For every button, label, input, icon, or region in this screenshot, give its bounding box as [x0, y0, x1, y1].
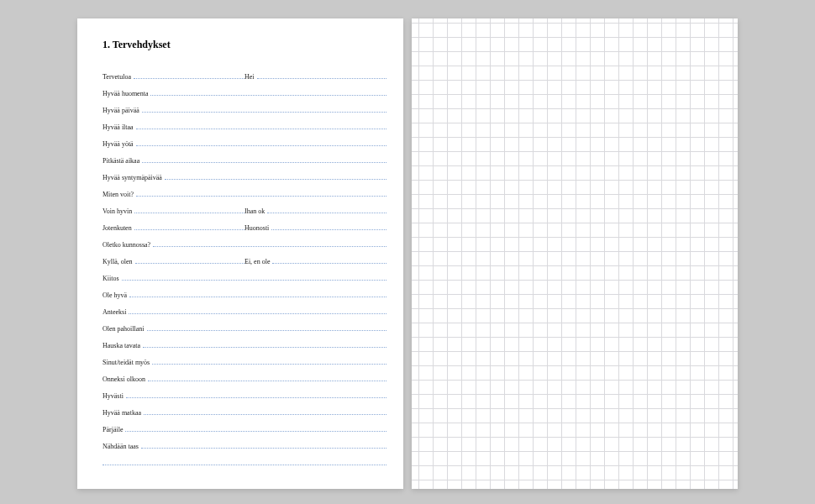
- vocab-cell: Voin hyvin: [103, 207, 244, 216]
- fill-line: [134, 78, 244, 79]
- vocab-cell: Ole hyvä: [103, 291, 386, 300]
- vocab-cell: Hyvää iltaa: [103, 123, 386, 132]
- vocab-row: Anteeksi: [103, 300, 386, 317]
- vocab-word: Pärjäile: [103, 426, 125, 434]
- vocab-cell: Hei: [244, 73, 386, 81]
- right-page: [412, 18, 738, 489]
- fill-line: [129, 297, 386, 297]
- fill-line: [143, 347, 386, 348]
- vocab-word: Hyvää yötä: [103, 140, 136, 149]
- fill-line: [135, 263, 244, 264]
- fill-line: [148, 381, 386, 381]
- vocab-row: Hauska tavata: [103, 333, 386, 350]
- vocab-word: Voin hyvin: [103, 207, 134, 216]
- vocab-cell: Hyvää syntymäpäivää: [103, 174, 386, 182]
- vocab-cell: Onneksi olkoon: [103, 375, 386, 384]
- vocab-cell: Hyvää matkaa: [103, 409, 386, 417]
- fill-line: [267, 213, 386, 213]
- vocab-cell: Huonosti: [244, 224, 386, 233]
- vocab-row: Nähdään taas: [103, 434, 386, 451]
- vocab-word: Nähdään taas: [103, 443, 141, 451]
- fill-line: [125, 431, 386, 432]
- vocab-cell: Pitkästä aikaa: [103, 157, 386, 165]
- vocab-word: Ei, en ole: [244, 258, 272, 266]
- vocab-cell: Hyvästi: [103, 392, 386, 401]
- vocab-row: Sinut/teidät myös: [103, 350, 386, 367]
- grid-paper: [412, 18, 738, 489]
- fill-line: [142, 112, 386, 113]
- vocab-cell: Kyllä, olen: [103, 258, 244, 266]
- fill-line: [153, 246, 386, 247]
- vocab-cell: Hyvää huomenta: [103, 90, 386, 98]
- vocab-word: Hyvää matkaa: [103, 409, 144, 417]
- vocab-row: Hyvää matkaa: [103, 401, 386, 417]
- fill-line: [147, 330, 386, 331]
- fill-line: [152, 364, 386, 365]
- vocab-row: Voin hyvinIhan ok: [103, 199, 386, 216]
- vocab-word: Hyvää iltaa: [103, 123, 136, 132]
- vocab-row: Hyvästi: [103, 384, 386, 401]
- page-spread: 1. Tervehdykset TervetuloaHeiHyvää huome…: [77, 18, 738, 489]
- vocab-cell: Jotenkuten: [103, 224, 244, 233]
- left-page: 1. Tervehdykset TervetuloaHeiHyvää huome…: [77, 18, 403, 489]
- vocab-word: Hyvästi: [103, 392, 126, 401]
- vocab-word: Onneksi olkoon: [103, 375, 148, 384]
- vocab-row: Oletko kunnossa?: [103, 233, 386, 249]
- vocab-word: Kiitos: [103, 275, 122, 283]
- vocab-row: Olen pahoillani: [103, 317, 386, 333]
- fill-line: [144, 414, 386, 415]
- fill-line: [272, 263, 386, 264]
- fill-line: [136, 145, 386, 146]
- vocab-word: Hauska tavata: [103, 342, 143, 350]
- vocab-row: Hyvää huomenta: [103, 81, 386, 98]
- vocabulary-rows: TervetuloaHeiHyvää huomentaHyvää päivääH…: [103, 65, 386, 468]
- vocab-row: Pärjäile: [103, 417, 386, 434]
- vocab-cell: Pärjäile: [103, 426, 386, 434]
- fill-line: [134, 213, 244, 213]
- vocab-row: Kiitos: [103, 266, 386, 283]
- fill-line: [126, 397, 386, 398]
- vocab-word: Hyvää huomenta: [103, 90, 150, 98]
- fill-line: [136, 196, 386, 197]
- vocab-cell: Sinut/teidät myös: [103, 359, 386, 367]
- vocab-row: TervetuloaHei: [103, 65, 386, 81]
- vocab-word: Oletko kunnossa?: [103, 241, 153, 249]
- vocab-word: Miten voit?: [103, 191, 136, 199]
- vocab-cell: Nähdään taas: [103, 443, 386, 451]
- vocab-word: Hei: [244, 73, 257, 81]
- vocab-word: Hyvää päivää: [103, 107, 142, 115]
- vocab-word: Sinut/teidät myös: [103, 359, 152, 367]
- section-heading: 1. Tervehdykset: [103, 39, 386, 51]
- vocab-row: Hyvää yötä: [103, 132, 386, 149]
- fill-line: [142, 162, 386, 163]
- vocab-cell: Hyvää päivää: [103, 107, 386, 115]
- vocab-row: Hyvää päivää: [103, 98, 386, 115]
- vocab-cell: Hyvää yötä: [103, 140, 386, 149]
- vocab-cell: Tervetuloa: [103, 73, 244, 81]
- vocab-row: JotenkutenHuonosti: [103, 216, 386, 233]
- vocab-row: Pitkästä aikaa: [103, 149, 386, 165]
- vocab-cell: Ei, en ole: [244, 258, 386, 266]
- vocab-word: Hyvää syntymäpäivää: [103, 174, 165, 182]
- vocab-cell: [103, 465, 386, 468]
- vocab-cell: Anteeksi: [103, 308, 386, 317]
- fill-line: [271, 229, 386, 230]
- vocab-cell: Oletko kunnossa?: [103, 241, 386, 249]
- fill-line: [122, 280, 386, 281]
- vocab-word: Anteeksi: [103, 308, 129, 317]
- vocab-cell: Miten voit?: [103, 191, 386, 199]
- fill-line: [150, 95, 386, 96]
- vocab-row: Ole hyvä: [103, 283, 386, 300]
- vocab-row: Hyvää syntymäpäivää: [103, 165, 386, 182]
- vocab-row: [103, 451, 386, 468]
- fill-line: [134, 229, 244, 230]
- fill-line: [141, 448, 386, 449]
- vocab-word: Olen pahoillani: [103, 325, 147, 333]
- vocab-cell: Hauska tavata: [103, 342, 386, 350]
- fill-line: [165, 179, 386, 180]
- vocab-word: Ihan ok: [244, 207, 267, 216]
- vocab-row: Hyvää iltaa: [103, 115, 386, 132]
- vocab-word: Jotenkuten: [103, 224, 134, 233]
- vocab-cell: Olen pahoillani: [103, 325, 386, 333]
- vocab-cell: Kiitos: [103, 275, 386, 283]
